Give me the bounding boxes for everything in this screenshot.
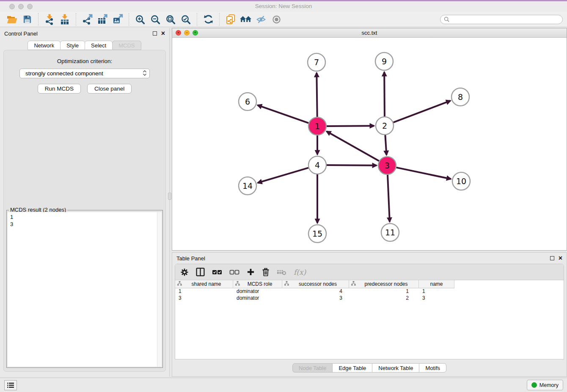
table-cell[interactable]: 1 — [349, 288, 419, 295]
memory-button[interactable]: Memory — [527, 380, 563, 390]
graph-node-14[interactable]: 14 — [239, 177, 256, 195]
zoom-in-icon[interactable] — [132, 13, 148, 26]
network-graph: 1 2 3 4 6 7 8 9 10 11 14 15 — [172, 38, 567, 251]
table-cell[interactable]: 3 — [419, 295, 454, 302]
zoom-selected-icon[interactable] — [178, 13, 193, 26]
graph-node-1[interactable]: 1 — [308, 117, 326, 135]
tab-network[interactable]: Network — [28, 41, 61, 50]
graph-node-7[interactable]: 7 — [308, 53, 325, 71]
table-cell[interactable]: 1 — [419, 288, 454, 295]
refresh-icon[interactable] — [201, 13, 216, 26]
result-scrollbar[interactable] — [157, 212, 162, 367]
function-builder-icon[interactable]: f(x) — [294, 268, 306, 276]
tab-network-table[interactable]: Network Table — [372, 363, 419, 373]
fit-content-icon[interactable] — [163, 13, 178, 26]
network-canvas[interactable]: 1 2 3 4 6 7 8 9 10 11 14 15 — [172, 38, 567, 250]
toolbar-separator — [38, 13, 39, 26]
table-cell[interactable]: dominator — [233, 295, 282, 302]
graph-node-3[interactable]: 3 — [378, 157, 396, 174]
mcds-result-area[interactable]: 1 3 — [8, 212, 162, 367]
graph-node-11[interactable]: 11 — [381, 224, 399, 241]
close-panel-icon[interactable]: × — [161, 31, 165, 36]
float-table-panel-icon[interactable] — [550, 256, 554, 260]
column-sort-icon[interactable] — [177, 281, 182, 287]
save-session-icon[interactable] — [19, 13, 35, 26]
table-cell[interactable]: dominator — [233, 288, 282, 295]
column-header-name[interactable]: name — [419, 280, 454, 288]
first-neighbors-icon[interactable] — [238, 13, 253, 26]
graph-edge-3-11[interactable] — [388, 175, 390, 222]
graph-node-9[interactable]: 9 — [375, 52, 393, 70]
table-row[interactable]: 1dominator411 — [175, 288, 564, 295]
graph-edge-3-1[interactable] — [327, 131, 379, 161]
criterion-dropdown-value: strongly connected component — [25, 70, 103, 77]
column-header-MCDS-role[interactable]: MCDS role — [233, 280, 282, 288]
graph-edge-3-10[interactable] — [396, 168, 451, 179]
zoom-out-icon[interactable] — [148, 13, 163, 26]
tab-edge-table[interactable]: Edge Table — [332, 363, 372, 373]
tab-select[interactable]: Select — [85, 41, 113, 50]
panel-splitter-handle[interactable] — [168, 193, 171, 200]
table-cell[interactable]: 3 — [282, 295, 349, 302]
column-header-predecessor-nodes[interactable]: predecessor nodes — [349, 280, 419, 288]
network-window-titlebar[interactable]: × – + scc.txt — [172, 28, 567, 38]
graph-node-10[interactable]: 10 — [452, 172, 470, 190]
graph-node-6[interactable]: 6 — [239, 93, 256, 110]
import-network-icon[interactable] — [42, 13, 57, 26]
toolbar-separator — [219, 13, 220, 26]
column-header-successor-nodes[interactable]: successor nodes — [282, 280, 349, 288]
tab-motifs[interactable]: Motifs — [419, 363, 446, 373]
table-row[interactable]: 3dominator323 — [175, 295, 564, 302]
export-table-icon[interactable] — [95, 13, 110, 26]
tab-node-table[interactable]: Node Table — [292, 363, 333, 373]
graph-edge-4-14[interactable] — [258, 168, 308, 183]
add-column-icon[interactable] — [247, 268, 255, 276]
export-image-icon[interactable] — [110, 13, 125, 26]
delete-column-icon[interactable] — [262, 268, 270, 276]
svg-text:6: 6 — [245, 97, 250, 106]
column-sort-icon[interactable] — [284, 281, 289, 287]
run-mcds-button[interactable]: Run MCDS — [38, 84, 81, 94]
column-header-shared-name[interactable]: shared name — [175, 280, 233, 288]
import-table-icon[interactable] — [57, 13, 72, 26]
export-network-icon[interactable] — [80, 13, 95, 26]
float-panel-icon[interactable] — [153, 31, 157, 36]
graph-node-2[interactable]: 2 — [376, 117, 394, 135]
close-panel-button[interactable]: Close panel — [87, 84, 132, 94]
mcds-result-box: MCDS result (2 nodes) 1 3 — [6, 210, 163, 368]
close-table-panel-icon[interactable]: × — [559, 256, 562, 260]
graph-edge-2-8[interactable] — [394, 101, 451, 122]
column-sort-icon[interactable] — [351, 281, 356, 287]
graph-edge-1-2[interactable] — [327, 126, 374, 126]
graph-edge-1-7[interactable] — [317, 73, 317, 117]
search-input[interactable] — [451, 16, 559, 22]
unselect-all-columns-icon[interactable] — [229, 269, 239, 275]
table-cell[interactable]: 1 — [175, 288, 233, 295]
table-cell[interactable]: 4 — [282, 288, 349, 295]
search-box[interactable] — [440, 15, 563, 24]
graph-edge-2-3[interactable] — [385, 135, 386, 155]
criterion-dropdown[interactable]: strongly connected component — [19, 69, 150, 78]
graph-edge-2-9[interactable] — [384, 72, 385, 116]
select-all-columns-icon[interactable] — [212, 269, 222, 275]
table-cell[interactable]: 2 — [349, 295, 419, 302]
tab-style[interactable]: Style — [60, 41, 85, 50]
tab-mcds[interactable]: MCDS — [112, 41, 141, 50]
column-sort-icon[interactable] — [235, 281, 240, 287]
graph-node-15[interactable]: 15 — [308, 225, 326, 243]
graph-node-8[interactable]: 8 — [451, 88, 469, 106]
graph-edge-4-3[interactable] — [327, 165, 377, 166]
svg-text:7: 7 — [314, 58, 319, 67]
hide-selected-icon[interactable] — [253, 13, 269, 26]
clone-network-icon[interactable] — [223, 13, 238, 26]
graph-node-4[interactable]: 4 — [308, 156, 326, 174]
table-options-icon[interactable] — [180, 268, 189, 276]
delete-table-icon[interactable] — [277, 269, 286, 276]
search-icon — [444, 17, 449, 22]
graph-edge-1-6[interactable] — [258, 105, 309, 123]
task-history-button[interactable] — [4, 380, 17, 390]
show-all-icon[interactable] — [269, 13, 284, 26]
column-selector-icon[interactable] — [196, 268, 205, 276]
table-cell[interactable]: 3 — [175, 295, 233, 302]
open-session-icon[interactable] — [4, 13, 19, 26]
